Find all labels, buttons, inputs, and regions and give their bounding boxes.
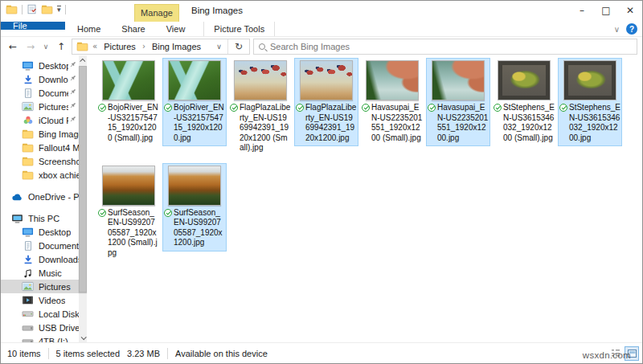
- folder-icon: [22, 129, 34, 140]
- tab-home[interactable]: Home: [67, 22, 111, 36]
- sidebar-item-label: Downloads: [39, 255, 79, 264]
- tab-view[interactable]: View: [156, 22, 196, 36]
- sidebar-item-pictures[interactable]: Pictures: [1, 280, 79, 293]
- sidebar-item-desktop[interactable]: Desktop: [1, 225, 79, 239]
- file-name: StStephens_EN-US3615346032_1920x1200 (Sm…: [494, 103, 555, 143]
- sidebar-item-music[interactable]: Music: [1, 266, 79, 280]
- minimize-icon[interactable]: –: [570, 1, 594, 20]
- window-controls: – □ ✕: [570, 1, 642, 20]
- file-item[interactable]: StStephens_EN-US3615346032_1920x1200.jpg: [558, 58, 622, 146]
- sidebar-item-screenshots[interactable]: Screenshots: [1, 154, 79, 168]
- thumbnail-ststephens: [498, 60, 551, 100]
- up-arrow-icon[interactable]: ↑: [54, 41, 68, 52]
- sidebar-item-onedrive-person[interactable]: OneDrive - Person: [1, 190, 79, 203]
- qat-customize-chevron-icon[interactable]: ▾: [57, 6, 61, 13]
- address-folder-icon: [72, 41, 91, 51]
- explorer-window-icon: [6, 4, 18, 14]
- scrollbar-thumb[interactable]: [79, 66, 87, 292]
- file-item[interactable]: Havasupai_EN-US2235201551_1920x1200.jpg: [426, 58, 490, 146]
- forward-arrow-icon[interactable]: →: [23, 41, 38, 52]
- folder-icon: [22, 156, 34, 167]
- sidebar-item-fallout4-ms[interactable]: Fallout4 MS: [1, 141, 79, 154]
- sidebar-item-downloads[interactable]: Downloads: [1, 72, 79, 86]
- sync-status-icon: [494, 104, 502, 112]
- file-item[interactable]: StStephens_EN-US3615346032_1920x1200 (Sm…: [492, 58, 556, 146]
- sidebar-item-label: Documents: [39, 241, 79, 251]
- sidebar-scrollbar[interactable]: [79, 55, 87, 342]
- sidebar-item-label: Videos: [39, 296, 65, 305]
- sync-status-icon: [98, 209, 106, 217]
- sidebar-item-label: Screenshots: [39, 157, 79, 166]
- breadcrumb-pictures[interactable]: Pictures: [99, 42, 141, 51]
- sidebar-item-downloads[interactable]: Downloads: [1, 252, 79, 266]
- scrollbar-up-arrow-icon[interactable]: [79, 55, 87, 65]
- sidebar-item-label: Downloads: [39, 75, 68, 84]
- desktop-icon: [22, 227, 34, 238]
- downloads-icon: [22, 254, 34, 265]
- sidebar-item-this-pc[interactable]: This PC: [1, 211, 79, 225]
- pin-icon: [68, 88, 79, 98]
- file-item[interactable]: SurfSeason_EN-US9920705587_1920x1200.jpg: [162, 163, 227, 252]
- sidebar-item-usb-drive-e[interactable]: USB Drive (E:): [1, 321, 79, 334]
- sidebar-item-documents[interactable]: Documents: [1, 239, 79, 252]
- pin-icon: [68, 101, 79, 112]
- sync-status-icon: [230, 104, 238, 112]
- file-item[interactable]: FlagPlazaLiberty_EN-US1969942391_1920x12…: [294, 58, 358, 146]
- sidebar-item-pictures[interactable]: Pictures: [1, 100, 79, 113]
- file-name: SurfSeason_EN-US9920705587_1920x1200.jpg: [164, 208, 225, 248]
- quick-access-toolbar: ▾: [6, 4, 66, 14]
- items-count: 10 items: [7, 349, 41, 358]
- qat-separator: [22, 5, 23, 14]
- maximize-icon[interactable]: □: [594, 1, 618, 20]
- file-item[interactable]: BojoRiver_EN-US3215754715_1920x1200.jpg: [162, 58, 227, 146]
- tab-share[interactable]: Share: [111, 22, 155, 36]
- expand-ribbon-chevron-icon[interactable]: ∨: [614, 25, 620, 34]
- sidebar-item-4tb-i[interactable]: 4TB (I:): [1, 334, 79, 342]
- refresh-icon[interactable]: ↻: [228, 41, 249, 52]
- sidebar-item-label: Pictures: [39, 102, 68, 112]
- sidebar-item-bing-images[interactable]: Bing Images: [1, 127, 79, 141]
- file-item[interactable]: FlagPlazaLiberty_EN-US1969942391_1920x12…: [228, 58, 293, 157]
- sidebar-item-icloud-photo[interactable]: iCloud Photo: [1, 113, 79, 127]
- new-folder-icon[interactable]: [41, 4, 53, 14]
- sidebar-item-xbox-achieveme[interactable]: xbox achieveme: [1, 168, 79, 182]
- sidebar-item-desktop[interactable]: Desktop: [1, 59, 79, 72]
- sidebar-item-label: xbox achieveme: [39, 170, 79, 180]
- qat-separator: [65, 5, 66, 14]
- breadcrumb-bing-images[interactable]: Bing Images: [147, 42, 206, 51]
- sidebar-item-label: Fallout4 MS: [39, 143, 79, 153]
- tab-file[interactable]: File: [1, 22, 65, 30]
- recent-locations-chevron-icon[interactable]: ∨: [41, 43, 51, 51]
- sidebar-item-label: This PC: [28, 214, 59, 223]
- sidebar-item-documents[interactable]: Documents: [1, 86, 79, 100]
- address-dropdown-chevron-icon[interactable]: ∨: [211, 39, 228, 54]
- pin-icon: [68, 74, 79, 84]
- back-arrow-icon[interactable]: ←: [6, 41, 20, 52]
- file-item[interactable]: Havasupai_EN-US2235201551_1920x1200 (Sma…: [360, 58, 424, 146]
- address-overflow-chevron-icon[interactable]: «: [91, 42, 99, 51]
- file-item[interactable]: BojoRiver_EN-US3215754715_1920x1200 (Sma…: [96, 58, 161, 146]
- status-bar: 10 items 5 items selected 3.23 MB Availa…: [1, 342, 642, 363]
- folder-icon: [22, 142, 34, 153]
- search-input[interactable]: [270, 42, 632, 51]
- tab-picture-tools[interactable]: Picture Tools: [203, 22, 275, 36]
- sidebar-item-local-disk-c[interactable]: Local Disk (C:): [1, 307, 79, 321]
- address-bar[interactable]: « Pictures › Bing Images ∨ ↻: [72, 39, 250, 55]
- sync-status-icon: [559, 104, 567, 112]
- folder-icon: [22, 170, 34, 181]
- sync-status-icon: [428, 104, 436, 112]
- breadcrumb-separator-icon[interactable]: ›: [141, 42, 147, 51]
- tab-manage[interactable]: Manage: [134, 4, 179, 22]
- close-icon[interactable]: ✕: [618, 1, 642, 20]
- sidebar-item-videos[interactable]: Videos: [1, 293, 79, 307]
- selection-count: 5 items selected: [56, 349, 120, 358]
- sidebar-item-label: Desktop: [39, 61, 68, 71]
- sidebar-item-label: iCloud Photo: [39, 116, 68, 125]
- file-item[interactable]: SurfSeason_EN-US9920705587_1920x1200 (Sm…: [96, 163, 161, 262]
- pictures-icon: [22, 101, 34, 112]
- icloud-icon: [22, 115, 34, 126]
- properties-icon[interactable]: [27, 4, 37, 14]
- scrollbar-down-arrow-icon[interactable]: [79, 333, 87, 342]
- help-icon[interactable]: ?: [626, 23, 637, 35]
- file-name: Havasupai_EN-US2235201551_1920x1200.jpg: [428, 103, 489, 143]
